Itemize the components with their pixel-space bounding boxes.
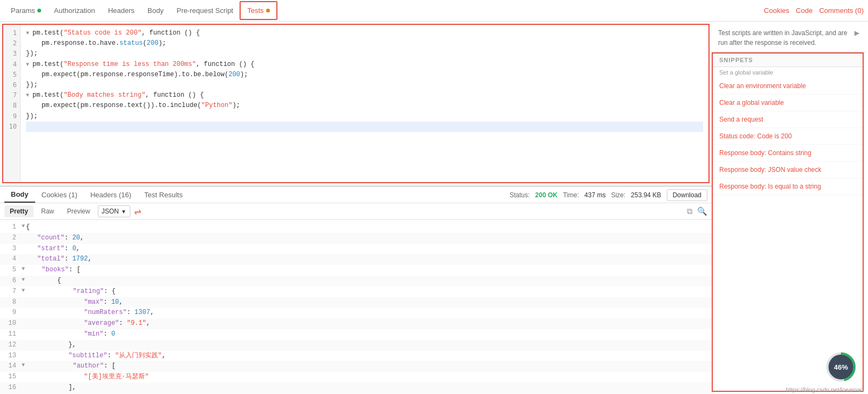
tab-authorization[interactable]: Authorization [48, 2, 102, 19]
info-text: Test scripts are written in JavaScript, … [718, 28, 851, 48]
left-panel: 1 2 3 4 5 6 7 8 9 10 ▼ pm.test("Status c… [0, 22, 712, 394]
resp-tab-cookies[interactable]: Cookies (1) [35, 188, 84, 202]
snippets-panel: SNIPPETS Set a global variable Clear an … [712, 52, 864, 392]
tab-prerequest-label: Pre-request Script [176, 6, 233, 15]
json-line-14: 14 ▼ "author": [ [0, 361, 712, 372]
status-code: 200 OK [535, 191, 558, 199]
tab-headers[interactable]: Headers [102, 2, 141, 19]
resp-tab-headers[interactable]: Headers (16) [84, 188, 138, 202]
top-tabs-bar: Params Authorization Headers Body Pre-re… [0, 0, 868, 22]
app-container: Params Authorization Headers Body Pre-re… [0, 0, 868, 394]
code-line-2: pm.response.to.have.status(200); [26, 38, 703, 49]
code-content[interactable]: ▼ pm.test("Status code is 200", function… [21, 25, 708, 182]
size-label: Size: [611, 191, 626, 199]
code-line-1: ▼ pm.test("Status code is 200", function… [26, 28, 703, 38]
circular-progress: 46% [825, 351, 857, 383]
json-line-16: 16 ], [0, 383, 712, 393]
info-box-arrow[interactable]: ▶ [854, 28, 859, 38]
tab-authorization-label: Authorization [54, 6, 95, 15]
url-bar: https://blog.csdn.net/loeaman [781, 385, 868, 394]
snippet-item-status-code[interactable]: Status code: Code is 200 [713, 128, 863, 145]
json-line-10: 10 "average": "9.1", [0, 318, 712, 329]
status-label: Status: [509, 191, 529, 199]
tab-headers-label: Headers [108, 6, 135, 15]
pretty-button[interactable]: Pretty [4, 205, 34, 217]
tab-tests[interactable]: Tests [240, 1, 277, 20]
preview-button[interactable]: Preview [62, 205, 96, 217]
snippet-item-json-check[interactable]: Response body: JSON value check [713, 162, 863, 178]
code-editor: 1 2 3 4 5 6 7 8 9 10 ▼ pm.test("Status c… [2, 24, 710, 183]
json-line-9: 9 "numRaters": 1307, [0, 308, 712, 318]
code-link[interactable]: Code [796, 6, 813, 15]
copy-icon[interactable]: ⧉ [687, 206, 693, 216]
json-type-select[interactable]: JSON ▼ [98, 205, 130, 217]
search-icon[interactable]: 🔍 [697, 206, 707, 216]
tab-params-dot [37, 9, 41, 12]
resp-tab-test-results[interactable]: Test Results [138, 188, 189, 202]
time-label: Time: [563, 191, 579, 199]
tab-body[interactable]: Body [141, 2, 170, 19]
comments-link[interactable]: Comments (0) [819, 6, 864, 15]
svg-text:46%: 46% [834, 363, 848, 371]
resp-tab-body[interactable]: Body [4, 187, 35, 203]
code-line-7: ▼ pm.test("Body matches string", functio… [26, 90, 703, 101]
json-line-7: 7 ▼ "rating": { [0, 286, 712, 297]
snippet-item-equal-string[interactable]: Response body: Is equal to a string [713, 178, 863, 195]
cookies-link[interactable]: Cookies [764, 6, 790, 15]
json-line-8: 8 "max": 10, [0, 297, 712, 308]
json-line-3: 3 "start": 0, [0, 244, 712, 255]
json-viewer[interactable]: 1 ▼ { 2 "count": 20, 3 "start": 0, 4 [0, 220, 712, 394]
raw-button[interactable]: Raw [36, 205, 59, 217]
chevron-down-icon: ▼ [121, 209, 127, 215]
snippet-item-body-contains[interactable]: Response body: Contains string [713, 145, 863, 162]
format-toolbar: Pretty Raw Preview JSON ▼ ⇌ ⧉ 🔍 [0, 203, 712, 220]
code-line-9: }); [26, 111, 703, 122]
tab-body-label: Body [148, 6, 164, 15]
code-line-6: }); [26, 80, 703, 90]
download-button[interactable]: Download [667, 189, 707, 201]
tab-tests-dot [266, 9, 270, 12]
size-value: 253.94 KB [631, 191, 661, 199]
json-line-15: 15 "[美]埃里克·马瑟斯" [0, 372, 712, 383]
code-line-4: ▼ pm.test("Response time is less than 20… [26, 59, 703, 70]
code-line-5: pm.expect(pm.response.responseTime).to.b… [26, 70, 703, 80]
json-line-6: 6 ▼ { [0, 276, 712, 286]
tab-params-label: Params [11, 6, 35, 15]
json-line-2: 2 "count": 20, [0, 233, 712, 244]
response-area: Body Cookies (1) Headers (16) Test Resul… [0, 185, 712, 394]
json-line-5: 5 ▼ "books": [ [0, 265, 712, 276]
tab-tests-label: Tests [247, 6, 263, 15]
tab-prerequest[interactable]: Pre-request Script [170, 2, 240, 19]
json-line-12: 12 }, [0, 340, 712, 351]
code-line-3: }); [26, 49, 703, 59]
snippet-item-clear-global[interactable]: Clear a global variable [713, 95, 863, 111]
code-line-8: pm.expect(pm.response.text()).to.include… [26, 101, 703, 111]
snippet-faded: Set a global variable [713, 67, 863, 78]
snippet-item-send-request[interactable]: Send a request [713, 111, 863, 128]
tab-params[interactable]: Params [4, 2, 48, 19]
json-line-13: 13 "subtitle": "从入门到实践", [0, 351, 712, 362]
snippets-header: SNIPPETS [713, 54, 863, 67]
json-line-4: 4 "total": 1792, [0, 254, 712, 265]
line-numbers: 1 2 3 4 5 6 7 8 9 10 [3, 25, 21, 182]
main-area: 1 2 3 4 5 6 7 8 9 10 ▼ pm.test("Status c… [0, 22, 868, 394]
info-box: Test scripts are written in JavaScript, … [712, 24, 866, 52]
code-line-10 [26, 122, 703, 132]
json-line-1: 1 ▼ { [0, 222, 712, 233]
wrap-icon[interactable]: ⇌ [132, 206, 143, 217]
json-line-11: 11 "min": 0 [0, 329, 712, 340]
snippet-item-clear-env[interactable]: Clear an environment variable [713, 78, 863, 95]
time-value: 437 ms [585, 191, 606, 199]
